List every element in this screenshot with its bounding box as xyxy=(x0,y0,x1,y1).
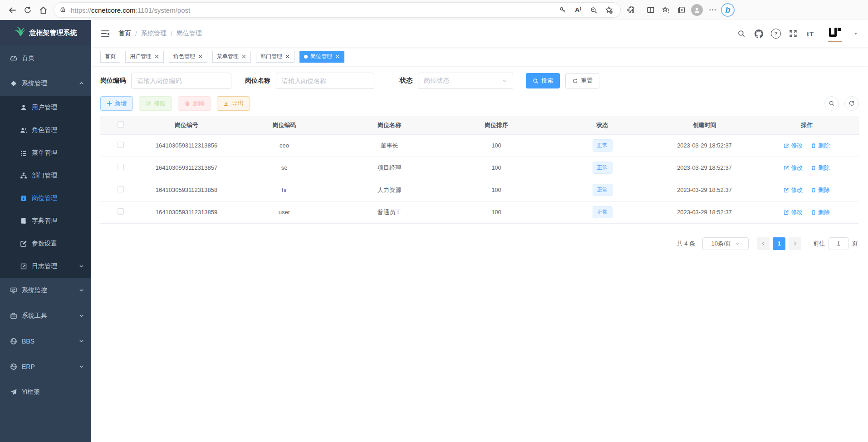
row-edit-button[interactable]: 修改 xyxy=(784,142,803,150)
profile-icon[interactable] xyxy=(689,2,705,18)
sidebar-item-parameters[interactable]: 参数设置 xyxy=(0,232,91,255)
fullscreen-icon[interactable] xyxy=(788,29,798,39)
sidebar-item-erp[interactable]: ERP xyxy=(0,354,91,379)
app-logo[interactable]: 意框架管理系统 xyxy=(0,20,91,45)
sidebar-item-dictionary[interactable]: 字典管理 xyxy=(0,210,91,232)
row-checkbox[interactable] xyxy=(118,186,124,192)
github-icon[interactable] xyxy=(754,29,764,39)
favorites-bar-icon[interactable] xyxy=(658,2,674,18)
post-name-input[interactable] xyxy=(276,73,374,89)
cell-post-id: 1641030593112313857 xyxy=(141,157,232,179)
page-size-select[interactable]: 10条/页 xyxy=(702,237,749,250)
row-checkbox[interactable] xyxy=(118,142,124,148)
tab-post-mgmt[interactable]: 岗位管理 xyxy=(299,51,344,63)
prev-page-button[interactable] xyxy=(757,237,770,250)
collections-icon[interactable] xyxy=(674,2,689,18)
address-bar[interactable]: https://ccnetcore.com:1101/system/post xyxy=(54,2,621,18)
tab-home[interactable]: 首页 xyxy=(100,51,120,63)
close-icon[interactable] xyxy=(241,54,246,59)
caret-down-icon[interactable] xyxy=(853,29,858,38)
refresh-icon[interactable] xyxy=(20,2,35,18)
user-avatar[interactable] xyxy=(827,27,843,40)
zoom-out-icon[interactable] xyxy=(586,2,601,18)
row-delete-label: 删除 xyxy=(818,142,830,150)
row-edit-button[interactable]: 修改 xyxy=(784,208,803,216)
search-icon[interactable] xyxy=(736,29,746,39)
cell-post-name: 项目经理 xyxy=(336,157,442,179)
sidebar-item-roles[interactable]: 角色管理 xyxy=(0,119,91,142)
row-checkbox[interactable] xyxy=(118,164,124,170)
app-title: 意框架管理系统 xyxy=(29,29,77,37)
row-delete-button[interactable]: 删除 xyxy=(811,208,830,216)
delete-button[interactable]: 删除 xyxy=(178,96,211,111)
sidebar-item-posts[interactable]: 岗位管理 xyxy=(0,187,91,210)
sidebar-item-system[interactable]: 系统管理 xyxy=(0,71,91,96)
add-button[interactable]: 新增 xyxy=(100,96,133,111)
tab-label: 菜单管理 xyxy=(217,53,239,60)
sidebar-collapse-icon[interactable] xyxy=(101,30,109,37)
row-edit-button[interactable]: 修改 xyxy=(784,186,803,194)
split-screen-icon[interactable] xyxy=(643,2,658,18)
read-aloud-icon[interactable] xyxy=(570,2,586,18)
sidebar-item-tools[interactable]: 系统工具 xyxy=(0,303,91,329)
home-icon[interactable] xyxy=(35,2,51,18)
sidebar-item-bbs[interactable]: BBS xyxy=(0,329,91,354)
row-checkbox[interactable] xyxy=(118,208,124,215)
total-count: 共 4 条 xyxy=(677,240,695,248)
key-icon[interactable] xyxy=(555,2,570,18)
col-created: 创建时间 xyxy=(654,116,755,134)
export-button[interactable]: 导出 xyxy=(217,96,250,111)
edit-button[interactable]: 修改 xyxy=(139,96,172,111)
sidebar-item-logs[interactable]: 日志管理 xyxy=(0,255,91,278)
more-icon[interactable] xyxy=(705,2,720,18)
favorite-add-icon[interactable] xyxy=(601,2,617,18)
sidebar-item-yi-framework[interactable]: Yi框架 xyxy=(0,379,91,405)
back-icon[interactable] xyxy=(5,2,20,18)
status-select[interactable]: 岗位状态 xyxy=(418,73,513,89)
sidebar-item-home[interactable]: 首页 xyxy=(0,45,91,71)
goto-page-input[interactable] xyxy=(829,237,848,250)
post-code-input[interactable] xyxy=(131,73,231,89)
tab-user-mgmt[interactable]: 用户管理 xyxy=(125,51,164,63)
sidebar: 意框架管理系统 首页 系统管理 xyxy=(0,20,91,442)
close-icon[interactable] xyxy=(335,54,340,59)
cell-post-code: hr xyxy=(232,179,336,201)
table-row[interactable]: 1641030593112313859 user 普通员工 100 正常 202… xyxy=(100,201,859,223)
sidebar-item-monitor[interactable]: 系统监控 xyxy=(0,278,91,303)
chevron-up-icon xyxy=(79,80,84,87)
close-icon[interactable] xyxy=(198,54,203,59)
help-icon[interactable] xyxy=(771,29,781,39)
col-post-name: 岗位名称 xyxy=(336,116,442,134)
tab-role-mgmt[interactable]: 角色管理 xyxy=(169,51,207,63)
active-dot xyxy=(304,55,308,59)
search-button[interactable]: 搜索 xyxy=(526,73,560,88)
table-row[interactable]: 1641030593112313856 ceo 董事长 100 正常 2023-… xyxy=(100,134,859,157)
bing-icon[interactable] xyxy=(720,2,736,18)
table-row[interactable]: 1641030593112313857 se 项目经理 100 正常 2023-… xyxy=(100,157,859,179)
table-row[interactable]: 1641030593112313858 hr 人力资源 100 正常 2023-… xyxy=(100,179,859,201)
next-page-button[interactable] xyxy=(789,237,801,250)
row-edit-button[interactable]: 修改 xyxy=(784,164,803,172)
extensions-icon[interactable] xyxy=(623,2,639,18)
sidebar-item-label: 角色管理 xyxy=(32,126,84,134)
breadcrumb-home[interactable]: 首页 xyxy=(118,29,131,38)
page-1-button[interactable]: 1 xyxy=(773,237,785,250)
page-content: 岗位编码 岗位名称 状态 岗位状态 搜索 重置 xyxy=(91,66,868,442)
row-delete-button[interactable]: 删除 xyxy=(811,142,830,150)
font-size-icon[interactable] xyxy=(805,29,815,39)
tab-dept-mgmt[interactable]: 部门管理 xyxy=(256,51,294,63)
close-icon[interactable] xyxy=(154,54,159,59)
url-text[interactable]: https://ccnetcore.com:1101/system/post xyxy=(71,6,555,14)
sidebar-item-menus[interactable]: 菜单管理 xyxy=(0,142,91,164)
sidebar-item-departments[interactable]: 部门管理 xyxy=(0,164,91,187)
close-icon[interactable] xyxy=(285,54,290,59)
toggle-search-icon[interactable] xyxy=(824,96,839,111)
tab-menu-mgmt[interactable]: 菜单管理 xyxy=(212,51,251,63)
row-delete-button[interactable]: 删除 xyxy=(811,164,830,172)
reset-button[interactable]: 重置 xyxy=(565,73,599,88)
refresh-table-icon[interactable] xyxy=(844,96,859,111)
sidebar-item-users[interactable]: 用户管理 xyxy=(0,96,91,119)
breadcrumb-separator: / xyxy=(171,30,172,37)
select-all-checkbox[interactable] xyxy=(118,121,124,128)
row-delete-button[interactable]: 删除 xyxy=(811,186,830,194)
